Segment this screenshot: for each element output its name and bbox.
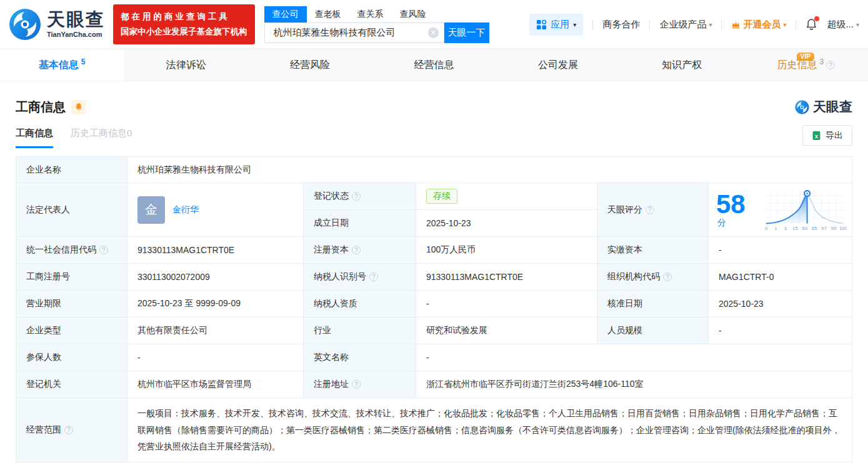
paid-capital-value: - <box>709 237 852 264</box>
vip-badge: VIP <box>797 52 814 61</box>
tianyancha-logo[interactable]: 天眼查 TianYanCha.com <box>9 8 105 41</box>
field-label: 法定代表人 <box>16 183 127 237</box>
search-input[interactable] <box>272 27 428 39</box>
help-icon[interactable]: ? <box>99 246 108 254</box>
chevron-down-icon: ▾ <box>783 21 786 28</box>
field-label: 统一社会信用代码? <box>16 237 127 264</box>
divider <box>592 20 593 29</box>
search-tab-boss[interactable]: 查老板 <box>307 6 349 22</box>
header-nav: 应用 ▾ 商务合作 企业级产品 ▾ 开通会员 ▾ <box>529 14 859 36</box>
score-cell[interactable]: 58分 0 <box>709 183 852 237</box>
svg-text:85: 85 <box>811 226 817 231</box>
org-code-value: MAG1CTRT-0 <box>709 264 852 291</box>
promo-line-2: 国家中小企业发展子基金旗下机构 <box>121 24 247 39</box>
search-tab-company[interactable]: 查公司 <box>264 6 307 22</box>
tab-legal-litigation[interactable]: 法律诉讼 <box>124 49 247 81</box>
help-icon[interactable]: ? <box>646 206 654 214</box>
nav-enterprise-products[interactable]: 企业级产品 ▾ <box>659 19 712 31</box>
subscribe-bell[interactable] <box>71 100 86 114</box>
company-name-value: 杭州珀莱雅生物科技有限公司 <box>127 157 852 183</box>
apps-grid-icon <box>536 19 547 30</box>
search-block: 查公司 查老板 查关系 查风险 ✕ 天眼一下 <box>264 6 489 43</box>
nav-open-vip[interactable]: 开通会员 ▾ <box>731 19 786 31</box>
avatar[interactable]: 金 <box>137 196 165 224</box>
score-unit: 分 <box>717 218 726 228</box>
svg-text:50: 50 <box>802 226 807 231</box>
business-term-value: 2025-10-23 至 9999-09-09 <box>127 291 304 318</box>
business-info-table: 企业名称 杭州珀莱雅生物科技有限公司 法定代表人 金 金衍华 登记状态? 存续 … <box>16 156 852 462</box>
svg-text:0: 0 <box>764 226 767 231</box>
field-label: 企业类型 <box>16 318 127 344</box>
svg-text:x: x <box>815 132 818 139</box>
industry-value: 研究和试验发展 <box>416 318 597 344</box>
business-scope-value: 一般项目：技术服务、技术开发、技术咨询、技术交流、技术转让、技术推广；化妆品批发… <box>127 398 852 462</box>
chevron-down-icon: ▾ <box>856 21 859 28</box>
apps-menu[interactable]: 应用 ▾ <box>529 14 583 36</box>
export-button[interactable]: x 导出 <box>802 125 852 146</box>
tab-business-info[interactable]: 经营信息 <box>372 49 496 81</box>
search-button[interactable]: 天眼一下 <box>444 22 489 43</box>
establish-date-value: 2025-10-23 <box>416 210 597 237</box>
svg-text:1: 1 <box>774 226 777 231</box>
tab-history-info[interactable]: VIP 历史信息3 ? <box>744 49 868 81</box>
reg-number-value: 330113002072009 <box>127 264 304 291</box>
legal-rep-link[interactable]: 金衍华 <box>172 204 199 216</box>
main-content: 工商信息 天眼查 工商信息 历史工商信息0 <box>0 98 868 462</box>
search-tab-risk[interactable]: 查风险 <box>392 6 434 22</box>
svg-text:99: 99 <box>831 226 836 231</box>
help-icon[interactable]: ? <box>369 272 378 281</box>
tab-company-development[interactable]: 公司发展 <box>496 49 620 81</box>
field-label: 天眼评分? <box>597 183 709 237</box>
field-label: 成立日期 <box>304 210 416 237</box>
field-label: 工商注册号 <box>16 264 127 291</box>
tab-business-risk[interactable]: 经营风险 <box>248 49 372 81</box>
clear-search-icon[interactable]: ✕ <box>428 28 439 38</box>
field-label: 登记机关 <box>16 371 127 398</box>
field-label: 实缴资本 <box>597 237 709 264</box>
company-type-value: 其他有限责任公司 <box>127 318 304 344</box>
notification-dot <box>814 16 819 21</box>
field-label: 组织机构代码? <box>597 264 709 291</box>
field-label: 营业期限 <box>16 291 127 318</box>
field-label: 纳税人识别号? <box>304 264 416 291</box>
subtab-history-business-info[interactable]: 历史工商信息0 <box>71 128 132 148</box>
field-label: 英文名称 <box>304 344 416 371</box>
field-label: 企业名称 <box>16 157 127 183</box>
field-label: 登记状态? <box>304 183 416 210</box>
tianyancha-logo-icon <box>795 100 809 114</box>
nav-super-vip[interactable]: 超级... ▾ <box>827 19 859 31</box>
insured-count-value: - <box>127 344 304 371</box>
tab-intellectual-property[interactable]: 知识产权 <box>620 49 744 81</box>
help-icon[interactable]: ? <box>352 246 361 254</box>
help-icon[interactable]: ? <box>826 61 835 69</box>
field-label: 经营范围? <box>16 398 127 462</box>
tab-basic-info[interactable]: 基本信息5 <box>0 49 124 81</box>
help-icon[interactable]: ? <box>64 426 73 434</box>
nav-biz-cooperation[interactable]: 商务合作 <box>602 19 640 31</box>
help-icon[interactable]: ? <box>352 380 361 389</box>
subtab-business-info[interactable]: 工商信息 <box>16 128 53 148</box>
score-distribution-chart: 0 1 3 15 50 85 97 99 100 <box>762 188 847 232</box>
search-tab-relation[interactable]: 查关系 <box>349 6 392 22</box>
credit-code-value: 91330113MAG1CTRT0E <box>127 237 304 264</box>
tianyancha-logo-icon <box>9 8 41 41</box>
watermark-logo: 天眼查 <box>795 98 852 116</box>
notifications-bell[interactable] <box>806 18 817 31</box>
help-icon[interactable]: ? <box>352 192 361 201</box>
watermark-text: 天眼查 <box>813 98 852 116</box>
field-label: 核准日期 <box>597 291 709 318</box>
svg-text:100: 100 <box>839 226 847 231</box>
bell-icon <box>74 102 83 111</box>
brand-name: 天眼查 <box>47 11 105 29</box>
status-badge: 存续 <box>426 189 457 204</box>
field-label: 纳税人资质 <box>304 291 416 318</box>
divider <box>721 20 722 29</box>
taxpayer-quality-value: - <box>416 291 597 318</box>
apps-label: 应用 <box>551 19 569 31</box>
approval-date-value: 2025-10-23 <box>709 291 852 318</box>
svg-text:3: 3 <box>784 226 787 231</box>
chevron-down-icon: ▾ <box>709 21 712 28</box>
legal-rep-cell: 金 金衍华 <box>127 183 304 237</box>
section-title: 工商信息 <box>16 99 66 116</box>
help-icon[interactable]: ? <box>663 272 672 281</box>
